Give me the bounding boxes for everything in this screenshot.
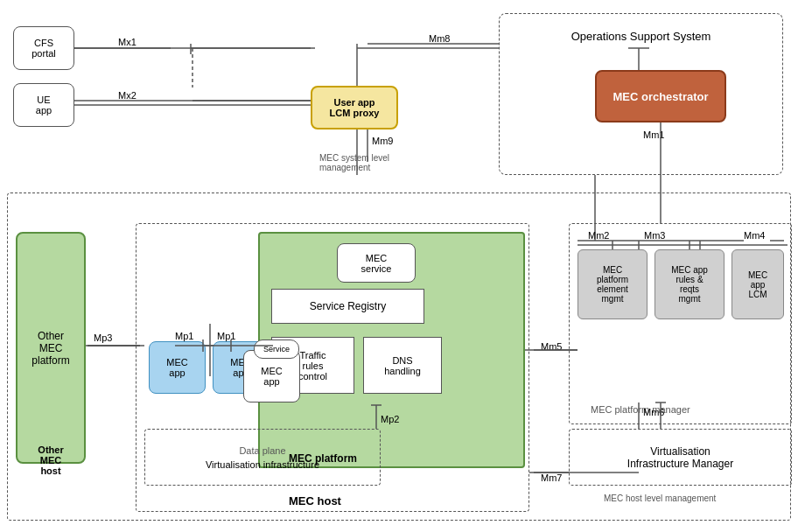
mec-platform-element-box: MEC platform element mgmt bbox=[578, 249, 648, 319]
mm9-label: Mm9 bbox=[372, 136, 393, 146]
mm7-label: Mm7 bbox=[541, 472, 562, 483]
dns-handling-label: DNS handling bbox=[384, 355, 421, 376]
mm6-label: Mm6 bbox=[643, 407, 664, 417]
vim-box: Virtualisation Infrastructure Manager bbox=[569, 429, 792, 486]
mec-host-label: MEC host bbox=[289, 494, 341, 508]
mec-orchestrator-box: MEC orchestrator bbox=[595, 70, 726, 122]
mec-app1-label: MEC app bbox=[166, 357, 187, 378]
mec-app1-box: MEC app bbox=[149, 341, 206, 394]
mm2-label: Mm2 bbox=[588, 230, 609, 241]
mec-host-level-label: MEC host level management bbox=[604, 494, 716, 503]
mm4-label: Mm4 bbox=[744, 230, 765, 241]
mec-service-label: MEC service bbox=[361, 253, 392, 274]
mec-app-lcm-box: MEC app LCM bbox=[732, 249, 784, 319]
mx2-label: Mx2 bbox=[118, 90, 136, 101]
oss-label: Operations Support System bbox=[571, 30, 711, 43]
traffic-rules-label: Traffic rules control bbox=[298, 350, 327, 382]
diagram-container: CFS portal UE app Mx1 Mx2 User app LCM p… bbox=[0, 0, 798, 532]
service-bubble-label: Service bbox=[263, 345, 290, 354]
user-app-lcm-label: User app LCM proxy bbox=[330, 97, 380, 118]
service-registry-box: Service Registry bbox=[271, 289, 424, 324]
user-app-lcm-box: User app LCM proxy bbox=[311, 86, 398, 130]
mec-app-rules-label: MEC app rules & reqts mgmt bbox=[671, 265, 708, 304]
mp2-label: Mp2 bbox=[381, 414, 399, 424]
cfs-portal-label: CFS portal bbox=[32, 38, 56, 59]
mec-platform-element-label: MEC platform element mgmt bbox=[597, 265, 628, 304]
mp1a-label: Mp1 bbox=[175, 331, 193, 341]
mm5-label: Mm5 bbox=[541, 341, 562, 352]
mec-platform-manager-label: MEC platform manager bbox=[591, 404, 690, 415]
vim-label: Virtualisation Infrastructure Manager bbox=[627, 445, 733, 470]
mec-orchestrator-label: MEC orchestrator bbox=[612, 90, 708, 103]
ue-app-box: UE app bbox=[13, 83, 74, 127]
mm1-label: Mm1 bbox=[643, 130, 664, 140]
cfs-portal-box: CFS portal bbox=[13, 26, 74, 70]
mec-app3-label: MEC app bbox=[261, 366, 282, 387]
ue-app-label: UE app bbox=[36, 94, 52, 116]
mp1b-label: Mp1 bbox=[217, 331, 235, 341]
mm3-label: Mm3 bbox=[644, 230, 665, 241]
mm8-label: Mm8 bbox=[429, 33, 450, 44]
mec-app-lcm-label: MEC app LCM bbox=[748, 270, 767, 299]
mec-service-box: MEC service bbox=[337, 243, 416, 283]
service-bubble: Service bbox=[254, 340, 299, 359]
virtualisation-infra-box: Data plane Virtualisation infrastructure bbox=[144, 429, 381, 486]
data-plane-label: Data plane bbox=[239, 445, 285, 456]
virtualisation-infra-label: Virtualisation infrastructure bbox=[206, 459, 319, 470]
other-mec-platform-label: Other MEC platform bbox=[32, 330, 69, 367]
other-mec-platform-box: Other MEC platform bbox=[16, 232, 86, 464]
mx1-label: Mx1 bbox=[118, 37, 136, 47]
mec-app-rules-box: MEC app rules & reqts mgmt bbox=[654, 249, 724, 319]
dns-handling-box: DNS handling bbox=[363, 337, 442, 394]
service-registry-label: Service Registry bbox=[310, 300, 386, 312]
mec-system-level-label: MEC system level management bbox=[319, 153, 389, 172]
mp3-label: Mp3 bbox=[94, 332, 112, 343]
other-mec-host-label: Other MEC host bbox=[19, 444, 82, 476]
